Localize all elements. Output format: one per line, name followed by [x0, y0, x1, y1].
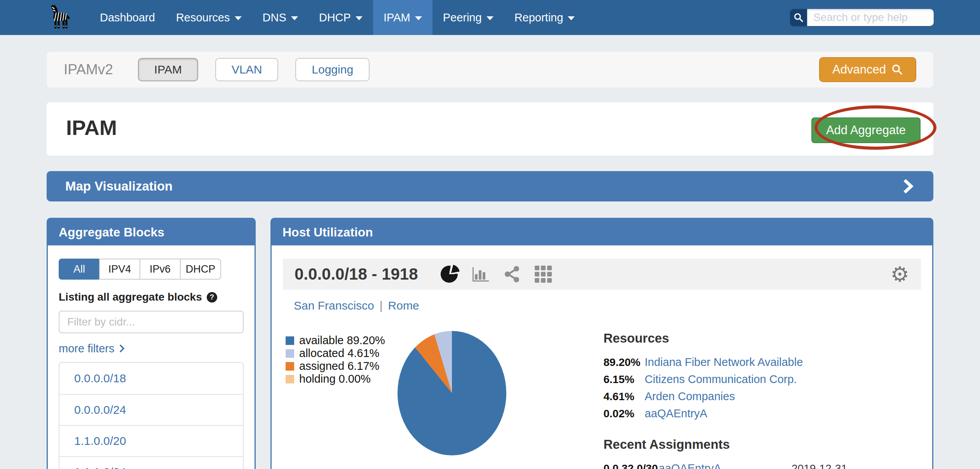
tab-all[interactable]: All — [59, 259, 100, 280]
nav-item-label: Resources — [176, 11, 230, 24]
listing-label: Listing all aggregate blocks — [59, 291, 202, 303]
assignment-date: 2019-12-31 — [792, 462, 918, 469]
toolbar-tab-logging[interactable]: Logging — [295, 58, 370, 81]
location-link-rome[interactable]: Rome — [388, 299, 419, 312]
resource-pct: 0.02% — [603, 408, 645, 420]
host-utilization-header: Host Utilization — [272, 219, 932, 245]
legend-item: holding 0.00% — [286, 373, 385, 385]
search-input[interactable] — [807, 9, 934, 26]
legend-swatch — [286, 375, 294, 383]
magnifier-icon — [891, 64, 903, 75]
resource-pct: 4.61% — [603, 390, 645, 403]
listing-label-row: Listing all aggregate blocks ? — [59, 290, 244, 304]
nav-item-dns[interactable]: DNS — [252, 0, 309, 35]
help-question-icon[interactable]: ? — [207, 292, 217, 303]
caret-down-icon — [568, 16, 575, 20]
resource-row: 4.61% Arden Companies — [603, 390, 918, 403]
resources-title: Resources — [603, 331, 918, 346]
legend-label: holding 0.00% — [299, 373, 371, 385]
zebra-logo-icon[interactable] — [45, 2, 75, 33]
legend-swatch — [286, 336, 294, 345]
cidr-filter-input[interactable] — [59, 311, 244, 333]
aggregate-blocks-title: Aggregate Blocks — [59, 225, 164, 240]
legend-item: allocated 4.61% — [286, 347, 385, 360]
legend-label: assigned 6.17% — [299, 360, 379, 373]
resource-link[interactable]: Citizens Communication Corp. — [645, 373, 797, 386]
add-aggregate-button[interactable]: Add Aggregate — [811, 117, 921, 143]
utilization-pie-chart — [398, 331, 506, 455]
tab-dhcp[interactable]: DHCP — [180, 259, 221, 280]
more-filters-link[interactable]: more filters — [59, 342, 244, 355]
toolbar-tab-vlan[interactable]: VLAN — [215, 58, 278, 81]
legend-label: available 89.20% — [299, 334, 385, 347]
resource-link[interactable]: Arden Companies — [645, 390, 735, 403]
map-visualization-bar[interactable]: Map Visualization — [47, 171, 933, 201]
aggregate-block-item[interactable]: 0.0.0.0/18 — [59, 363, 243, 394]
location-separator: | — [380, 299, 383, 312]
nav-item-label: DNS — [263, 11, 286, 24]
nav-item-label: Reporting — [514, 11, 563, 24]
resource-link[interactable]: Indiana Fiber Network Available — [645, 356, 803, 369]
view-switch-icons — [441, 266, 552, 283]
advanced-label: Advanced — [832, 63, 886, 77]
bar-chart-view-icon[interactable] — [472, 266, 490, 283]
chevron-right-icon[interactable] — [903, 179, 915, 193]
caret-down-icon — [356, 16, 363, 20]
share-icon[interactable] — [504, 266, 521, 283]
pie-chart-view-icon[interactable] — [441, 266, 458, 283]
nav-item-dashboard[interactable]: Dashboard — [89, 0, 166, 35]
caret-down-icon — [487, 16, 493, 20]
resources-rows: 89.20% Indiana Fiber Network Available 6… — [603, 356, 918, 420]
global-search — [790, 9, 934, 26]
legend-swatch — [286, 349, 294, 358]
host-utilization-title: Host Utilization — [282, 225, 373, 240]
top-nav: Dashboard Resources DNS DHCP IPAM Peerin… — [0, 0, 980, 35]
resource-row: 89.20% Indiana Fiber Network Available — [603, 356, 918, 369]
resource-link[interactable]: aaQAEntryA — [645, 407, 707, 420]
tab-ipv6[interactable]: IPv6 — [140, 259, 181, 280]
aggregate-block-item[interactable]: 1.1.1.0/24 — [59, 456, 243, 469]
caret-down-icon — [291, 16, 298, 20]
location-link-san-franscisco[interactable]: San Franscisco — [294, 299, 374, 312]
ipamv2-toolbar: IPAMv2 IPAM VLAN Logging Advanced — [47, 52, 933, 88]
grid-view-icon[interactable] — [535, 266, 552, 283]
subnet-title: 0.0.0.0/18 - 1918 — [295, 265, 418, 284]
more-filters-label: more filters — [59, 342, 114, 355]
nav-item-label: Dashboard — [100, 11, 155, 24]
advanced-search-button[interactable]: Advanced — [819, 57, 916, 82]
assignment-link[interactable]: aaQAEntryA — [659, 462, 792, 469]
aggregate-block-item[interactable]: 0.0.0.0/24 — [59, 394, 243, 425]
aggregate-block-list: 0.0.0.0/18 0.0.0.0/24 1.1.0.0/20 1.1.1.0… — [59, 362, 244, 469]
nav-item-label: IPAM — [384, 11, 410, 24]
recent-assignments-title: Recent Assignments — [603, 437, 918, 452]
subnet-title-bar: 0.0.0.0/18 - 1918 — [283, 259, 921, 290]
aggregate-block-item[interactable]: 1.1.0.0/20 — [59, 425, 243, 456]
gear-icon[interactable]: ⚙ — [891, 264, 909, 285]
nav-item-peering[interactable]: Peering — [432, 0, 504, 35]
nav-item-label: Peering — [443, 11, 482, 24]
aggregate-filter-tabs: All IPV4 IPv6 DHCP — [59, 259, 244, 280]
aggregate-blocks-header: Aggregate Blocks — [48, 219, 255, 245]
search-icon[interactable] — [790, 9, 807, 26]
assignment-row: 0.0.32.0/30 aaQAEntryA 2019-12-31 — [603, 462, 918, 469]
utilization-details: Resources 89.20% Indiana Fiber Network A… — [603, 331, 918, 469]
toolbar-tab-ipam[interactable]: IPAM — [138, 58, 198, 81]
page-title: IPAM — [66, 116, 117, 140]
nav-item-label: DHCP — [319, 11, 351, 24]
nav-item-ipam[interactable]: IPAM — [373, 0, 432, 35]
nav-item-resources[interactable]: Resources — [166, 0, 252, 35]
legend-label: allocated 4.61% — [299, 347, 379, 360]
app-viewport: Dashboard Resources DNS DHCP IPAM Peerin… — [0, 0, 980, 469]
caret-down-icon — [235, 16, 242, 20]
tab-ipv4[interactable]: IPV4 — [99, 259, 140, 280]
resource-pct: 6.15% — [603, 373, 645, 386]
pie-legend: available 89.20%allocated 4.61%assigned … — [286, 334, 385, 385]
resource-row: 0.02% aaQAEntryA — [603, 407, 918, 420]
location-links: San Franscisco | Rome — [294, 299, 932, 312]
nav-item-reporting[interactable]: Reporting — [504, 0, 586, 35]
aggregate-blocks-panel: Aggregate Blocks All IPV4 IPv6 DHCP List… — [47, 218, 256, 469]
chevron-right-small-icon — [119, 344, 125, 353]
nav-item-dhcp[interactable]: DHCP — [309, 0, 373, 35]
aggregate-blocks-body: All IPV4 IPv6 DHCP Listing all aggregate… — [48, 259, 255, 469]
resource-row: 6.15% Citizens Communication Corp. — [603, 373, 918, 386]
